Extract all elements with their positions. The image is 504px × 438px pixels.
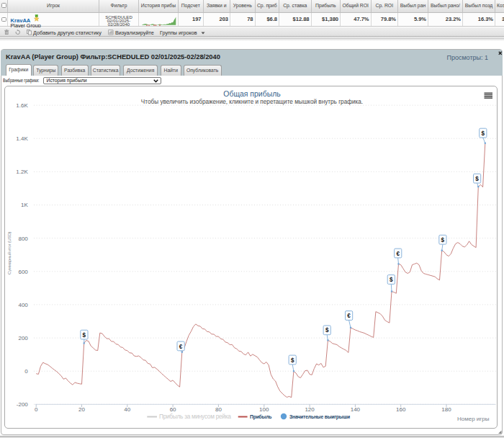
svg-text:0: 0: [24, 368, 28, 375]
svg-text:Прибыль за минусом рейка: Прибыль за минусом рейка: [159, 413, 231, 420]
svg-text:$: $: [441, 237, 445, 243]
svg-text:20: 20: [78, 406, 85, 413]
svg-text:40: 40: [124, 406, 130, 413]
svg-text:$: $: [83, 332, 86, 339]
svg-text:100: 100: [259, 406, 269, 413]
svg-text:1.4K: 1.4K: [16, 135, 28, 142]
svg-text:Суммарный итог (USD): Суммарный итог (USD): [6, 232, 12, 274]
svg-text:Значительные выигрыши: Значительные выигрыши: [289, 414, 350, 420]
svg-text:$: $: [291, 357, 294, 364]
svg-text:€: €: [396, 251, 400, 257]
svg-text:600: 600: [18, 269, 28, 275]
svg-text:400: 400: [18, 302, 28, 308]
svg-text:-200: -200: [17, 401, 29, 408]
svg-text:180: 180: [441, 406, 451, 413]
svg-text:160: 160: [396, 406, 406, 413]
svg-text:€: €: [179, 344, 183, 350]
svg-text:Прибыль: Прибыль: [250, 414, 271, 420]
svg-text:$: $: [475, 176, 479, 182]
svg-text:140: 140: [351, 406, 361, 413]
svg-text:80: 80: [215, 406, 222, 413]
svg-text:$: $: [482, 130, 485, 137]
svg-text:1K: 1K: [21, 202, 28, 208]
svg-text:200: 200: [18, 335, 28, 341]
svg-text:120: 120: [305, 406, 315, 413]
svg-text:1.2K: 1.2K: [16, 169, 28, 175]
svg-text:0: 0: [35, 406, 38, 413]
svg-text:$: $: [325, 327, 329, 334]
svg-text:$: $: [390, 277, 393, 283]
svg-text:€: €: [347, 313, 351, 319]
svg-text:60: 60: [170, 406, 176, 413]
svg-text:800: 800: [18, 236, 28, 242]
svg-text:1.6K: 1.6K: [16, 102, 28, 109]
svg-text:Номер игры: Номер игры: [457, 416, 490, 422]
